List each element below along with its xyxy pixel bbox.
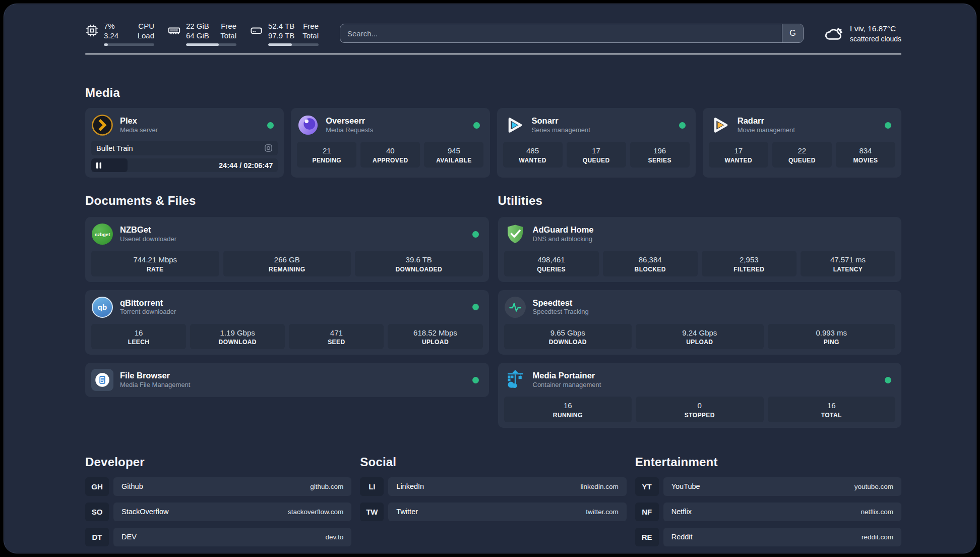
link-dev[interactable]: DT DEVdev.to: [85, 528, 351, 546]
section-title-developer: Developer: [85, 455, 351, 469]
stat-value: 471: [291, 328, 382, 338]
divider: [85, 53, 901, 54]
filebrowser-card[interactable]: File Browser Media File Management: [85, 363, 489, 397]
stat-value: 9.24 Gbps: [638, 328, 762, 338]
stat-label: QUEUED: [774, 157, 830, 164]
status-indicator: [472, 377, 479, 383]
link-abbr: TW: [360, 503, 384, 521]
stat-box: 47.571 msLATENCY: [801, 251, 895, 276]
disk-total-value: 97.9 TB: [268, 31, 294, 41]
link-github[interactable]: GH Githubgithub.com: [85, 477, 351, 496]
stat-box: 485WANTED: [503, 142, 563, 168]
link-abbr: GH: [85, 477, 109, 496]
stat-value: 744.21 Mbps: [93, 255, 217, 265]
memory-free-label: Free: [220, 21, 236, 31]
stat-label: DOWNLOADED: [357, 266, 481, 273]
link-abbr: LI: [360, 477, 384, 496]
stat-box: 744.21 MbpsRATE: [91, 251, 219, 276]
stat-box: 16RUNNING: [504, 397, 632, 422]
stat-box: 618.52 MbpsUPLOAD: [388, 324, 482, 350]
playback-time: 24:44 / 02:06:47: [219, 161, 273, 170]
cpu-usage-value: 7%: [104, 21, 130, 31]
cpu-load-value: 3.24: [104, 31, 130, 41]
stat-box: 1.19 GbpsDOWNLOAD: [190, 324, 285, 350]
app-title: Radarr: [738, 116, 795, 126]
link-twitter[interactable]: TW Twittertwitter.com: [360, 503, 626, 521]
stat-box: 834MOVIES: [836, 142, 895, 168]
stat-label: APPROVED: [362, 157, 418, 164]
dashboard-background: 7% 3.24 CPU Load 22 GiB 64 GiB Free: [4, 4, 976, 553]
disk-icon: [250, 24, 263, 37]
status-indicator: [885, 377, 891, 383]
memory-total-value: 64 GiB: [186, 31, 212, 41]
app-subtitle: Torrent downloader: [120, 308, 176, 316]
radarr-card[interactable]: Radarr Movie management 17WANTED 22QUEUE…: [703, 108, 901, 178]
weather-condition: scattered clouds: [850, 35, 901, 43]
memory-total-label: Total: [220, 31, 236, 41]
stat-value: 16: [506, 401, 630, 411]
stat-value: 21: [299, 146, 354, 156]
app-title: Speedtest: [533, 298, 589, 308]
link-youtube[interactable]: YT YouTubeyoutube.com: [635, 477, 901, 496]
status-indicator: [267, 122, 274, 129]
stat-value: 47.571 ms: [803, 255, 893, 265]
memory-progress-bar: [186, 43, 236, 46]
search-engine-button[interactable]: G: [782, 24, 803, 42]
plex-card[interactable]: Plex Media server Bullet Train 24:44 / 0…: [85, 108, 284, 178]
stat-box: 0.993 msPING: [768, 324, 896, 350]
portainer-card[interactable]: Media Portainer Container management 16R…: [498, 363, 902, 428]
status-indicator: [472, 231, 479, 238]
link-abbr: DT: [85, 528, 109, 546]
stat-label: DOWNLOAD: [506, 339, 630, 346]
link-domain: github.com: [310, 483, 343, 490]
stat-label: AVAILABLE: [426, 157, 481, 164]
stat-label: WANTED: [505, 157, 561, 164]
link-domain: stackoverflow.com: [288, 508, 343, 516]
nzbget-card[interactable]: nzbget NZBGet Usenet downloader 744.21 M…: [85, 217, 489, 282]
disk-widget: 52.4 TB 97.9 TB Free Total: [250, 21, 319, 46]
stat-label: SERIES: [632, 157, 688, 164]
stat-box: 40APPROVED: [360, 142, 420, 168]
status-indicator: [885, 122, 891, 129]
pause-icon[interactable]: [96, 162, 101, 169]
link-name: Twitter: [396, 508, 418, 516]
stat-box: 945AVAILABLE: [424, 142, 483, 168]
nzbget-logo: nzbget: [92, 224, 113, 245]
disk-progress-bar: [268, 43, 319, 46]
link-stackoverflow[interactable]: SO StackOverflowstackoverflow.com: [85, 503, 351, 521]
cloud-icon: [823, 23, 844, 44]
memory-widget: 22 GiB 64 GiB Free Total: [167, 21, 236, 46]
app-subtitle: Speedtest Tracking: [533, 308, 589, 316]
stat-value: 2,953: [704, 255, 794, 265]
app-title: Overseerr: [326, 116, 373, 126]
search-input[interactable]: [340, 24, 803, 42]
player-progress-bar[interactable]: 24:44 / 02:06:47: [91, 158, 278, 172]
stat-label: UPLOAD: [390, 339, 480, 346]
stat-label: MOVIES: [838, 157, 893, 164]
stat-value: 16: [770, 401, 894, 411]
speedtest-card[interactable]: Speedtest Speedtest Tracking 9.65 GbpsDO…: [498, 290, 902, 355]
link-linkedin[interactable]: LI LinkedInlinkedin.com: [360, 477, 626, 496]
overseerr-card[interactable]: Overseerr Media Requests 21PENDING 40APP…: [291, 108, 489, 178]
cpu-usage-label: CPU: [138, 21, 154, 31]
sonarr-card[interactable]: Sonarr Series management 485WANTED 17QUE…: [497, 108, 696, 178]
link-name: StackOverflow: [121, 508, 168, 516]
stat-box: 9.24 GbpsUPLOAD: [636, 324, 764, 350]
app-title: Plex: [120, 116, 158, 126]
link-netflix[interactable]: NF Netflixnetflix.com: [635, 503, 901, 521]
stat-value: 618.52 Mbps: [390, 328, 480, 338]
memory-free-value: 22 GiB: [186, 21, 212, 31]
adguard-card[interactable]: AdGuard Home DNS and adblocking 498,461Q…: [498, 217, 902, 282]
link-domain: reddit.com: [862, 533, 893, 541]
session-icon: [264, 144, 273, 152]
stat-label: SEED: [291, 339, 382, 346]
plex-logo: [91, 114, 113, 136]
link-reddit[interactable]: RE Redditreddit.com: [635, 528, 901, 546]
qbittorrent-logo: qb: [92, 297, 113, 318]
app-subtitle: Media server: [120, 126, 158, 135]
section-title-entertainment: Entertainment: [635, 455, 901, 469]
app-title: Media Portainer: [533, 370, 601, 381]
stat-value: 485: [505, 146, 561, 156]
qbittorrent-card[interactable]: qb qBittorrent Torrent downloader 16LEEC…: [85, 290, 489, 355]
section-title-media: Media: [85, 86, 901, 100]
